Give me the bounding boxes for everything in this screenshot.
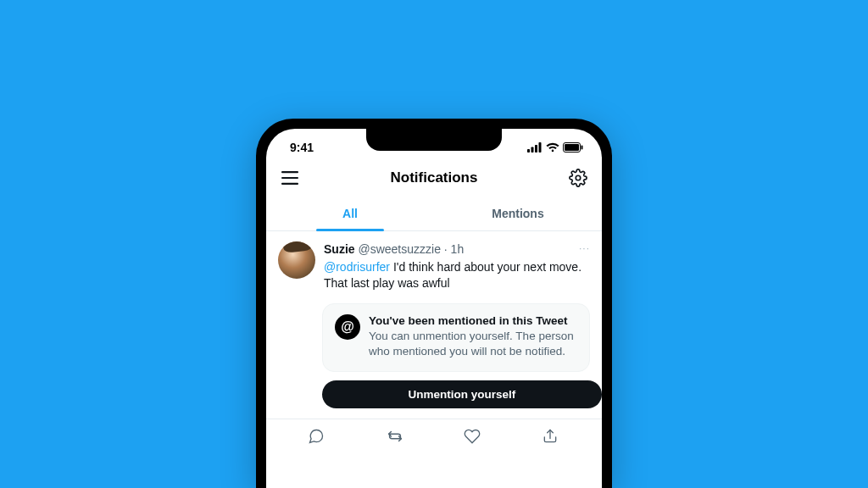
tweet-more-button[interactable]: ··· [579, 241, 590, 255]
menu-button[interactable] [280, 168, 300, 188]
battery-icon [563, 142, 583, 152]
page-title: Notifications [391, 169, 478, 186]
mention-callout: @ You've been mentioned in this Tweet Yo… [322, 303, 590, 372]
svg-rect-7 [281, 171, 298, 173]
cellular-icon [527, 142, 542, 152]
svg-rect-1 [531, 147, 534, 153]
wifi-icon [546, 142, 559, 152]
tweet-actions [266, 419, 602, 446]
status-time: 9:41 [290, 141, 314, 154]
svg-rect-5 [565, 144, 579, 151]
callout-title: You've been mentioned in this Tweet [369, 314, 577, 327]
svg-rect-3 [539, 142, 542, 152]
avatar[interactable] [278, 241, 315, 279]
tab-all[interactable]: All [266, 197, 434, 230]
phone-notch [366, 129, 502, 151]
tweet-author-name[interactable]: Suzie [324, 242, 355, 256]
svg-rect-8 [281, 177, 298, 179]
svg-rect-9 [281, 183, 298, 185]
tweet-text: @rodrisurfer I'd think hard about your n… [324, 259, 590, 291]
phone-screen: 9:41 Notifications [266, 129, 602, 488]
tweet-header: Suzie @sweetsuzzzie · 1h ··· [324, 241, 590, 258]
svg-rect-0 [527, 149, 530, 152]
header: Notifications [266, 166, 602, 197]
share-icon[interactable] [542, 428, 560, 446]
tab-mentions[interactable]: Mentions [434, 197, 602, 230]
svg-rect-6 [581, 146, 583, 150]
tweet-author-handle[interactable]: @sweetsuzzzie [358, 242, 440, 256]
at-icon: @ [335, 314, 360, 340]
svg-rect-2 [535, 145, 537, 152]
tabs: All Mentions [266, 197, 602, 231]
callout-description: You can unmention yourself. The person w… [369, 329, 577, 359]
retweet-icon[interactable] [386, 428, 404, 446]
tweet-mention-link[interactable]: @rodrisurfer [324, 260, 390, 274]
reply-icon[interactable] [308, 428, 326, 446]
notification-item[interactable]: Suzie @sweetsuzzzie · 1h ··· @rodrisurfe… [266, 231, 602, 295]
svg-point-10 [576, 175, 581, 180]
tweet-time: 1h [451, 242, 465, 256]
unmention-button[interactable]: Unmention yourself [322, 380, 602, 408]
like-icon[interactable] [464, 428, 482, 446]
phone-frame: 9:41 Notifications [256, 119, 612, 488]
settings-button[interactable] [568, 168, 588, 188]
